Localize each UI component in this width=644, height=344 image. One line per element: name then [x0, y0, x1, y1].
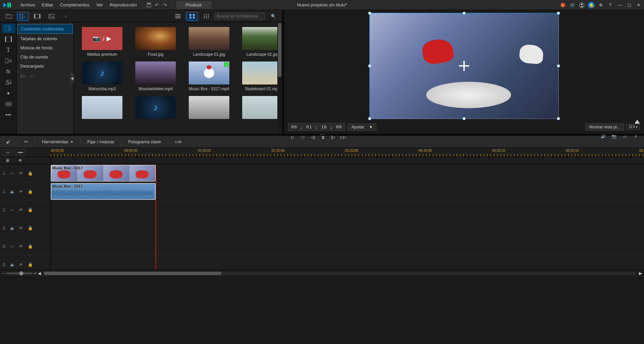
- save-icon[interactable]: [145, 1, 153, 9]
- horizontal-scrollbar[interactable]: [44, 272, 636, 275]
- library-scrollbar[interactable]: [277, 22, 282, 134]
- media-tile[interactable]: Landscape 02.jpg: [239, 27, 277, 57]
- vertical-splitter[interactable]: [282, 10, 284, 134]
- track-lane[interactable]: [51, 255, 644, 270]
- media-thumbnail[interactable]: [82, 96, 122, 119]
- zoom-slider[interactable]: [6, 272, 33, 274]
- media-tile[interactable]: ✓Music Box - 5317.mp4: [185, 62, 233, 91]
- category-item[interactable]: Contenido multimedia: [17, 24, 73, 34]
- lock-icon[interactable]: 🔒: [28, 171, 34, 176]
- category-item[interactable]: Clip de sonido: [17, 52, 73, 62]
- selection-handle[interactable]: [368, 65, 371, 67]
- filter-image-icon[interactable]: [45, 12, 58, 21]
- fit-dropdown[interactable]: Ajustar▼: [348, 123, 376, 131]
- selection-handle[interactable]: [557, 117, 560, 120]
- room-media-icon[interactable]: ♪: [2, 24, 15, 33]
- track-lane[interactable]: [51, 219, 644, 237]
- selection-handle[interactable]: [463, 12, 465, 15]
- lock-icon[interactable]: 🔒: [28, 207, 34, 212]
- media-tile[interactable]: Mountainbiker.mp4: [132, 62, 179, 91]
- play-icon[interactable]: ▷: [288, 133, 297, 141]
- eye-icon[interactable]: 👁: [15, 157, 26, 164]
- audio-clip[interactable]: Music Box - 5317: [51, 183, 156, 200]
- track-header[interactable]: 2.🔈👁🔒: [0, 219, 50, 237]
- zoom-handle[interactable]: [19, 271, 23, 275]
- redo-icon[interactable]: ↷: [161, 1, 169, 9]
- menu-file[interactable]: Archivo: [17, 0, 38, 9]
- track-header[interactable]: 3.🔈👁🔒: [0, 255, 50, 270]
- produce-button[interactable]: Producir: [176, 1, 211, 9]
- category-item[interactable]: Descargado: [17, 62, 73, 71]
- cart-icon[interactable]: 🛒: [569, 2, 576, 8]
- room-template-icon[interactable]: [2, 99, 15, 109]
- eye-icon[interactable]: 👁: [19, 189, 25, 194]
- media-thumbnail[interactable]: [135, 27, 176, 50]
- media-tile[interactable]: 📷 ♪ ▶Medios premium: [78, 27, 126, 57]
- popout-icon[interactable]: ↗: [631, 133, 640, 140]
- selection-handle[interactable]: [368, 117, 371, 120]
- timecode-display[interactable]: 00 ; 01 ; 16 ; 00: [288, 123, 345, 131]
- room-boards-icon[interactable]: [2, 34, 15, 44]
- eye-icon[interactable]: 👁: [19, 244, 25, 249]
- selection-handle[interactable]: [557, 65, 560, 67]
- preview-frame[interactable]: [369, 13, 559, 119]
- media-tile[interactable]: ♪: [132, 96, 179, 121]
- media-thumbnail[interactable]: ♪: [135, 96, 176, 119]
- room-overlay-icon[interactable]: ✦: [2, 78, 15, 87]
- view-list-icon[interactable]: [172, 12, 184, 21]
- playhead[interactable]: [156, 164, 156, 270]
- keyframe-button[interactable]: Fotograma clave: [125, 138, 164, 146]
- selection-handle[interactable]: [463, 117, 465, 120]
- room-title-icon[interactable]: T: [2, 45, 15, 55]
- filter-audio-icon[interactable]: ♪: [60, 12, 72, 21]
- settings-icon[interactable]: ⚙: [597, 2, 604, 8]
- zoom-in-icon[interactable]: +: [34, 271, 37, 276]
- help-icon[interactable]: ?: [607, 2, 614, 8]
- volume-icon[interactable]: 🔊: [599, 133, 607, 140]
- media-thumbnail[interactable]: [189, 96, 229, 119]
- lock-icon[interactable]: 🔒: [28, 226, 34, 230]
- media-thumbnail[interactable]: [135, 62, 176, 84]
- eye-icon[interactable]: 👁: [19, 226, 25, 230]
- menu-view[interactable]: Ver: [93, 0, 107, 9]
- media-thumbnail[interactable]: [242, 27, 277, 50]
- view-grid-icon[interactable]: [186, 12, 198, 21]
- aspect-ratio-badge[interactable]: 16:9 ▾: [626, 124, 640, 129]
- zoom-out-icon[interactable]: −: [2, 271, 4, 276]
- track-lane[interactable]: [51, 201, 644, 219]
- filter-media-icon[interactable]: ♪: [17, 12, 29, 21]
- lock-icon[interactable]: 🔒: [28, 262, 34, 267]
- close-icon[interactable]: ✕: [635, 2, 642, 8]
- eye-icon[interactable]: 👁: [19, 262, 25, 267]
- screen-icon[interactable]: 🖥: [2, 157, 13, 164]
- tag-add-icon[interactable]: 🏷₊: [20, 74, 26, 79]
- tools-dropdown[interactable]: Herramientas▼: [39, 138, 76, 146]
- track-header[interactable]: 1.▭👁🔒: [0, 164, 50, 182]
- account-icon[interactable]: [578, 2, 585, 8]
- media-tile[interactable]: Food.jpg: [132, 27, 179, 57]
- track-lane[interactable]: Music Box - 5317: [51, 164, 644, 182]
- media-tile[interactable]: Skateboard 01.mp4: [239, 62, 277, 91]
- eye-icon[interactable]: 👁: [19, 207, 25, 212]
- fix-enhance-button[interactable]: Fijar / mejorar: [85, 138, 117, 146]
- lock-icon[interactable]: 🔒: [28, 244, 34, 249]
- media-thumbnail[interactable]: [189, 27, 229, 50]
- room-more-icon[interactable]: •••: [2, 110, 15, 120]
- lock-icon[interactable]: 🔒: [28, 189, 34, 194]
- media-thumbnail[interactable]: [242, 62, 277, 84]
- media-thumbnail[interactable]: [242, 96, 277, 119]
- notification-icon[interactable]: 🔔: [588, 2, 595, 8]
- room-fx-icon[interactable]: fx: [2, 67, 15, 76]
- view-details-icon[interactable]: [200, 12, 212, 21]
- clips-area[interactable]: Music Box - 5317Music Box - 5317: [51, 164, 644, 270]
- track-header[interactable]: 3.▭👁🔒: [0, 237, 50, 255]
- search-icon[interactable]: 🔍: [267, 12, 279, 21]
- undo-icon[interactable]: ↶: [153, 1, 161, 9]
- media-thumbnail[interactable]: ✓: [189, 62, 229, 84]
- cut-tool-icon[interactable]: ✂: [22, 138, 31, 146]
- video-clip[interactable]: Music Box - 5317: [51, 165, 156, 181]
- media-tile[interactable]: ♪Mahoroba.mp3: [78, 62, 126, 91]
- media-thumbnail[interactable]: 📷 ♪ ▶: [82, 27, 122, 50]
- category-item[interactable]: Música de fondo: [17, 43, 73, 52]
- room-transition-icon[interactable]: [2, 56, 15, 66]
